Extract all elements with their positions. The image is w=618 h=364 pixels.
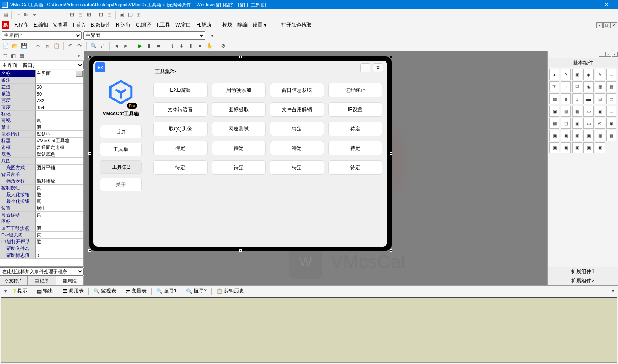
tab-support-lib[interactable]: ◇ 支持库 <box>0 276 28 285</box>
component-tool[interactable]: A <box>561 69 571 80</box>
component-tool[interactable]: ⏱ <box>595 118 605 129</box>
form-minimize-button[interactable]: – <box>360 63 370 72</box>
copy-icon[interactable]: ⎘ <box>43 42 51 50</box>
tool-button[interactable]: 图标提取 <box>212 102 266 117</box>
prop-value[interactable]: 假 <box>36 124 83 131</box>
menu-compile[interactable]: C.编译 <box>133 21 154 29</box>
prop-name[interactable]: 高度 <box>0 104 36 111</box>
prop-name[interactable]: 回车下移焦点 <box>0 225 36 232</box>
tool-button[interactable]: 启动项添加 <box>212 83 266 97</box>
component-tool[interactable]: ▭ <box>583 106 594 117</box>
open-icon[interactable]: 📂 <box>11 42 19 50</box>
prop-name[interactable]: 帮助文件名 <box>0 245 36 252</box>
menu-colorpicker[interactable]: 打开颜色拾取 <box>279 21 314 29</box>
nav-button[interactable]: 工具集2 <box>100 160 142 174</box>
stop-icon[interactable]: ■ <box>154 42 162 50</box>
same-height-icon[interactable]: ⊟ <box>77 11 84 19</box>
center-h-icon[interactable]: ⊡ <box>97 11 105 19</box>
nav-button[interactable]: 关于 <box>100 178 142 191</box>
prop-value[interactable]: 假 <box>36 225 83 232</box>
menu-tools[interactable]: T.工具 <box>154 21 173 29</box>
cut-icon[interactable]: ✂ <box>34 42 42 50</box>
prop-tool-icon[interactable]: ▤ <box>18 52 25 60</box>
panel-toggle-icon[interactable]: ▾ <box>2 287 9 295</box>
component-tool[interactable]: 字 <box>549 81 559 92</box>
prop-name[interactable]: 名称 <box>0 70 36 77</box>
component-tool[interactable]: ▣ <box>595 142 605 153</box>
tool-button[interactable]: 待定 <box>212 160 266 175</box>
tool-button[interactable]: 待定 <box>328 141 383 155</box>
tool-button[interactable]: 待定 <box>328 122 383 136</box>
prop-value[interactable]: 50 <box>36 90 83 97</box>
paste-icon[interactable]: 📋 <box>53 42 60 50</box>
component-header[interactable]: 基本组件 <box>548 58 618 67</box>
menu-view[interactable]: V.查看 <box>51 21 70 29</box>
toolbar-icon[interactable]: ▦ <box>2 11 9 19</box>
component-tool[interactable]: ⊟ <box>595 93 605 104</box>
component-tool[interactable]: ▣ <box>595 106 605 117</box>
minimize-button[interactable]: ─ <box>558 0 578 9</box>
tool-button[interactable]: 取QQ头像 <box>153 122 208 136</box>
prop-name[interactable]: 最大化按钮 <box>0 191 36 198</box>
ext-components-1[interactable]: 扩展组件1 <box>548 267 618 276</box>
prop-value[interactable]: 真 <box>36 185 83 191</box>
step-into-icon[interactable]: ⬇ <box>178 42 185 50</box>
tool-button[interactable]: 文本转语音 <box>153 102 208 117</box>
prop-value[interactable]: 真 <box>36 232 83 239</box>
component-tool[interactable]: ◉ <box>583 81 594 92</box>
tool-button[interactable]: 进程终止 <box>328 83 383 97</box>
prop-name[interactable]: 背景音乐 <box>0 171 36 178</box>
prop-name[interactable]: 禁止 <box>0 124 36 131</box>
save-icon[interactable]: 💾 <box>20 42 28 50</box>
tab-search1[interactable]: 🔍搜寻1 <box>153 286 180 296</box>
send-back-icon[interactable]: ▢ <box>126 11 134 19</box>
component-tool[interactable]: ▦ <box>606 81 616 92</box>
tool-button[interactable]: IP设置 <box>328 102 383 117</box>
tool-button[interactable]: 网速测试 <box>212 122 266 136</box>
menu-static[interactable]: 静编 <box>235 21 250 29</box>
new-icon[interactable]: 📄 <box>2 42 9 50</box>
center-v-icon[interactable]: ⊡ <box>106 11 113 19</box>
component-tool[interactable]: ▬ <box>583 93 594 104</box>
design-canvas[interactable]: WVMcsCat Ex – ✕ Pro <box>84 51 547 285</box>
prop-value[interactable]: 50 <box>36 84 83 90</box>
form-selector-1[interactable]: 主界面 * <box>2 31 82 40</box>
mdi-minimize-icon[interactable]: - <box>596 22 603 28</box>
component-tool[interactable]: ▦ <box>606 130 616 141</box>
component-tool[interactable]: ▣ <box>549 106 559 117</box>
form-close-button[interactable]: ✕ <box>373 63 383 72</box>
lock-icon[interactable]: ⊞ <box>135 11 142 19</box>
component-tool[interactable]: ⫼ <box>561 93 571 104</box>
tool-button[interactable]: 待定 <box>270 122 324 136</box>
component-tool[interactable]: ▦ <box>595 81 605 92</box>
menu-edit[interactable]: E.编辑 <box>31 21 51 29</box>
prop-value[interactable]: 真 <box>36 212 83 218</box>
prop-name[interactable]: F1键打开帮助 <box>0 239 36 245</box>
prop-name[interactable]: Esc键关闭 <box>0 232 36 239</box>
component-tool[interactable]: ▦ <box>549 118 559 129</box>
component-tool[interactable]: ▭ <box>606 69 616 80</box>
prop-value[interactable] <box>36 111 83 117</box>
component-tool[interactable]: ◈ <box>583 69 594 80</box>
tool-button[interactable]: 窗口信息获取 <box>270 83 324 97</box>
prop-name[interactable]: 顶边 <box>0 90 36 97</box>
forward-icon[interactable]: ► <box>122 42 130 50</box>
step-over-icon[interactable]: ⤵ <box>168 42 176 50</box>
prop-name[interactable]: 帮助标志值 <box>0 252 36 259</box>
mdi-close-icon[interactable]: × <box>610 22 617 28</box>
tool-button[interactable]: 待定 <box>328 160 383 175</box>
component-tool[interactable]: ▣ <box>561 142 571 153</box>
tool-button[interactable]: 待定 <box>153 160 208 175</box>
prop-name[interactable]: 左边 <box>0 84 36 90</box>
tab-program[interactable]: ▤ 程序 <box>28 276 56 285</box>
prop-value[interactable] <box>36 158 83 165</box>
prop-value[interactable]: 354 <box>36 104 83 111</box>
distribute-v-icon[interactable]: ⟂ <box>60 11 67 19</box>
component-tool[interactable]: ☑ <box>572 81 582 92</box>
prop-name[interactable]: 图标 <box>0 218 36 225</box>
menu-settings[interactable]: 设置▼ <box>250 21 270 29</box>
prop-value[interactable]: 真 <box>36 117 83 124</box>
maximize-button[interactable]: ☐ <box>578 0 597 9</box>
panel-pin-icon[interactable]: ▫ <box>605 52 611 57</box>
prop-name[interactable]: 位置 <box>0 205 36 212</box>
